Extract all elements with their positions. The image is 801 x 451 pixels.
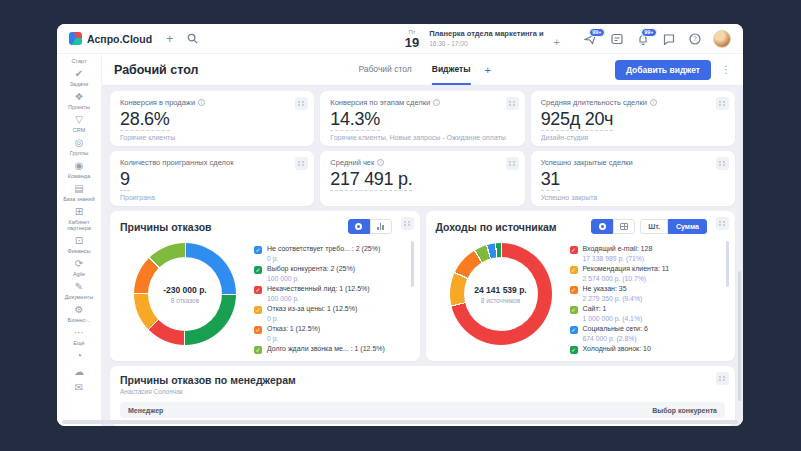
sidebar-item-knowledge-base[interactable]: ▤База знаний [57, 183, 101, 202]
info-icon[interactable]: i [433, 99, 440, 106]
horizontal-scrollbar[interactable] [62, 420, 738, 424]
chat-icon[interactable] [663, 33, 675, 45]
donut-view-button[interactable] [348, 219, 370, 234]
legend-item[interactable]: ✓Входящий e-mail: 128 [570, 245, 720, 254]
sidebar-item-agile[interactable]: ⟳Agile [57, 258, 101, 277]
column-manager[interactable]: Менеджер [128, 407, 163, 414]
add-widget-button[interactable]: Добавить виджет [615, 60, 711, 80]
table-view-button[interactable] [613, 219, 635, 234]
drag-handle-icon[interactable] [716, 372, 729, 385]
sidebar-item-projects[interactable]: ❖Проекты [57, 91, 101, 110]
add-tab-button[interactable]: + [484, 64, 490, 76]
donut-view-button[interactable] [591, 219, 613, 234]
legend-checkbox[interactable]: ✓ [254, 346, 262, 354]
legend-checkbox[interactable]: ✓ [254, 246, 262, 254]
column-competitor-choice[interactable]: Выбор конкурента [652, 407, 717, 414]
sidebar-item-groups[interactable]: ◎Группы [57, 137, 101, 156]
refusal-reasons-donut[interactable]: -230 000 р. 8 отказов [134, 243, 236, 345]
legend-item[interactable]: ✓Выбор конкурента: 2 (25%) [254, 265, 404, 274]
search-icon[interactable] [187, 33, 198, 44]
legend-item[interactable]: ✓Отказ: 1 (12.5%) [254, 325, 404, 334]
notes-icon[interactable] [611, 33, 623, 45]
sidebar-item-business-processes[interactable]: ⚙Бизнес-.. [57, 304, 101, 323]
kpi-value[interactable]: 14.3% [330, 109, 380, 131]
sidebar-item-tasks[interactable]: ✔Задачи [57, 68, 101, 87]
sidebar-item-extra-1[interactable]: ◔ [57, 350, 101, 362]
aspro-logo-icon[interactable] [69, 32, 82, 45]
legend-item[interactable]: ✓Сайт: 1 [570, 305, 720, 314]
sidebar-item-start[interactable]: Старт [57, 58, 101, 64]
legend-checkbox[interactable]: ✓ [254, 266, 262, 274]
drag-handle-icon[interactable] [401, 217, 414, 230]
vertical-scrollbar[interactable] [738, 271, 741, 401]
bar-view-button[interactable] [370, 219, 392, 234]
legend-item[interactable]: ✓Не указан: 35 [570, 285, 720, 294]
legend-checkbox[interactable]: ✓ [570, 246, 578, 254]
kpi-card-won-deals[interactable]: Успешно закрытые сделки 31 Успешно закры… [531, 151, 735, 206]
drag-handle-icon[interactable] [295, 157, 308, 170]
drag-handle-icon[interactable] [506, 97, 519, 110]
legend-item[interactable]: ✓Социальные сети: 6 [570, 325, 720, 334]
legend-checkbox[interactable]: ✓ [570, 266, 578, 274]
logo-text[interactable]: Аспро.Cloud [87, 33, 152, 45]
legend-scrollbar[interactable] [411, 241, 414, 287]
legend-item[interactable]: ✓Некачественный лид: 1 (12.5%) [254, 285, 404, 294]
kpi-card-stage-conversion[interactable]: Конверсия по этапам сделкиi 14.3% Горячи… [320, 91, 524, 146]
sidebar-item-extra-2[interactable]: ☁ [57, 366, 101, 378]
legend-scrollbar[interactable] [726, 241, 729, 287]
legend-item[interactable]: ✓Холодный звонок: 10 [570, 345, 720, 354]
sidebar-item-team[interactable]: ◉Команда [57, 160, 101, 179]
drag-handle-icon[interactable] [716, 97, 729, 110]
kpi-value[interactable]: 925д 20ч [541, 109, 614, 131]
legend-checkbox[interactable]: ✓ [570, 306, 578, 314]
tab-desktop[interactable]: Рабочий стол [358, 54, 411, 85]
partner-cabinet-icon: ⊞ [57, 206, 101, 218]
sidebar-item-extra-3[interactable]: ✉ [57, 382, 101, 394]
drag-handle-icon[interactable] [716, 157, 729, 170]
legend-item[interactable]: ✓Долго ждали звонка ме... : 1 (12.5%) [254, 345, 404, 354]
legend-item[interactable]: ✓Отказ из-за цены: 1 (12.5%) [254, 305, 404, 314]
kpi-value[interactable]: 31 [541, 169, 560, 191]
legend-item[interactable]: ✓Рекомендация клиента: 11 [570, 265, 720, 274]
help-icon[interactable]: ? [689, 33, 701, 45]
legend-checkbox[interactable]: ✓ [254, 306, 262, 314]
sidebar-item-crm[interactable]: ▽CRM [57, 114, 101, 133]
share-icon[interactable]: 99+ [584, 33, 597, 45]
legend-checkbox[interactable]: ✓ [254, 286, 262, 294]
kpi-card-sales-conversion[interactable]: Конверсия в продажиi 28.6% Горячие клиен… [110, 91, 314, 146]
kpi-card-avg-deal-duration[interactable]: Средняя длительность сделкиi 925д 20ч Ди… [531, 91, 735, 146]
sidebar-item-documents[interactable]: ✎Документы [57, 281, 101, 300]
info-icon[interactable]: i [198, 99, 205, 106]
kpi-value[interactable]: 9 [120, 169, 130, 191]
sidebar-item-more[interactable]: ⋯Ещё [57, 327, 101, 346]
legend-item[interactable]: ✓Не соответствует требо... : 2 (25%) [254, 245, 404, 254]
kebab-menu-icon[interactable]: ⋮ [721, 64, 731, 75]
kpi-value[interactable]: 28.6% [120, 109, 170, 131]
legend-checkbox[interactable]: ✓ [254, 326, 262, 334]
legend-checkbox[interactable]: ✓ [570, 326, 578, 334]
quick-add-button[interactable]: + [166, 32, 173, 46]
drag-handle-icon[interactable] [716, 217, 729, 230]
info-icon[interactable]: i [377, 159, 384, 166]
bell-icon[interactable]: 99+ [637, 33, 649, 45]
drag-handle-icon[interactable] [295, 97, 308, 110]
sum-toggle-button[interactable]: Сумма [668, 219, 707, 234]
upcoming-event[interactable]: Планерка отдела маркетинга и 16:30 - 17:… [429, 30, 543, 47]
legend-checkbox[interactable]: ✓ [570, 346, 578, 354]
kpi-value[interactable]: 217 491 р. [330, 169, 412, 191]
sidebar-item-partner-cabinet[interactable]: ⊞Кабинет партнера [57, 206, 101, 231]
add-event-button[interactable]: + [554, 36, 560, 48]
drag-handle-icon[interactable] [506, 157, 519, 170]
income-sources-donut[interactable]: 24 141 539 р. 8 источников [450, 243, 552, 345]
units-toggle-button[interactable]: Шт. [640, 219, 668, 234]
tab-widgets[interactable]: Виджеты [432, 54, 471, 85]
legend-checkbox[interactable]: ✓ [570, 286, 578, 294]
sidebar-item-finance[interactable]: ⊡Финансы [57, 235, 101, 254]
user-avatar[interactable] [713, 30, 731, 48]
kpi-card-avg-check[interactable]: Средний чекi 217 491 р. [320, 151, 524, 206]
info-icon[interactable]: i [650, 99, 657, 106]
calendar-date[interactable]: Пт 19 [405, 29, 419, 49]
legend-amount: 100 000 р. [267, 295, 404, 302]
kpi-card-lost-deals[interactable]: Количество проигранных сделок 9 Проигран… [110, 151, 314, 206]
extra-app-icon: ◔ [57, 350, 101, 362]
